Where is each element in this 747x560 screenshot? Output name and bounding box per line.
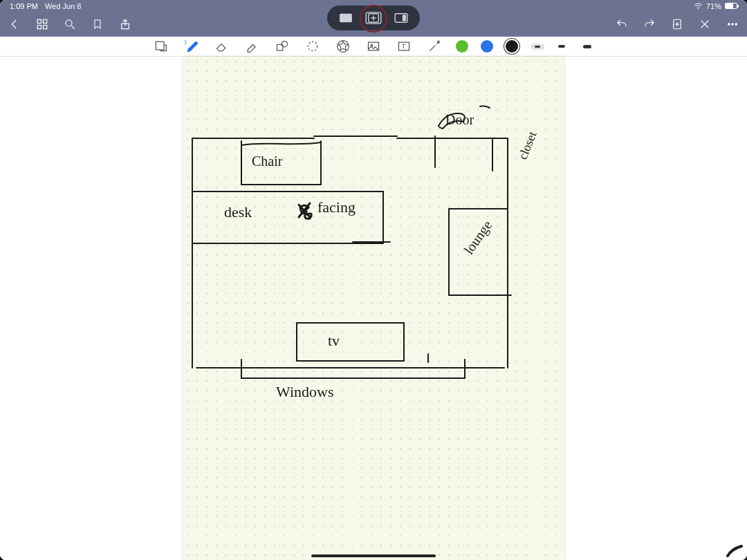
favorites-tool[interactable] bbox=[334, 39, 352, 54]
svg-rect-11 bbox=[44, 26, 47, 29]
svg-line-13 bbox=[71, 26, 75, 29]
battery-icon bbox=[725, 3, 737, 9]
redo-button[interactable] bbox=[643, 18, 656, 30]
splitview-add-button[interactable] bbox=[365, 10, 382, 26]
svg-point-20 bbox=[728, 24, 730, 25]
color-green[interactable] bbox=[456, 40, 468, 53]
eraser-tool[interactable] bbox=[212, 39, 230, 54]
svg-point-22 bbox=[735, 24, 737, 25]
bookmark-button[interactable] bbox=[91, 18, 104, 30]
svg-point-25 bbox=[282, 41, 287, 47]
svg-point-21 bbox=[732, 24, 733, 25]
slideover-button[interactable] bbox=[392, 10, 410, 26]
close-button[interactable] bbox=[699, 18, 711, 30]
image-tool[interactable] bbox=[365, 39, 382, 54]
svg-rect-8 bbox=[37, 19, 41, 23]
bluetooth-icon: ᛒ bbox=[184, 39, 187, 46]
svg-rect-9 bbox=[44, 19, 47, 23]
color-blue[interactable] bbox=[481, 40, 493, 53]
svg-point-27 bbox=[338, 41, 349, 53]
laser-tool[interactable] bbox=[425, 39, 443, 54]
canvas-area[interactable]: Door closet Chair desk facing lounge tv … bbox=[0, 57, 747, 560]
home-indicator[interactable] bbox=[311, 554, 436, 557]
zoom-tool[interactable] bbox=[151, 39, 169, 54]
lasso-tool[interactable] bbox=[304, 39, 322, 54]
search-button[interactable] bbox=[64, 18, 76, 30]
svg-rect-23 bbox=[156, 41, 164, 50]
color-black[interactable] bbox=[506, 40, 518, 53]
multitasking-pill bbox=[327, 6, 420, 30]
wifi-icon bbox=[694, 3, 703, 10]
status-time: 1:09 PM bbox=[10, 2, 38, 10]
label-tv: tv bbox=[328, 332, 340, 350]
svg-rect-7 bbox=[403, 15, 406, 21]
status-date: Wed Jun 8 bbox=[45, 2, 81, 10]
thumbnails-button[interactable] bbox=[36, 18, 48, 30]
svg-rect-1 bbox=[340, 14, 352, 22]
highlighter-tool[interactable] bbox=[243, 39, 261, 54]
text-tool[interactable]: T bbox=[395, 39, 413, 54]
label-door: Door bbox=[445, 112, 474, 128]
stroke-size-1[interactable] bbox=[531, 44, 544, 50]
stroke-size-3[interactable] bbox=[579, 43, 596, 50]
label-chair: Chair bbox=[252, 153, 282, 169]
quick-note-corner-icon[interactable] bbox=[725, 545, 743, 557]
sketch-strokes bbox=[183, 57, 564, 560]
svg-point-32 bbox=[438, 41, 439, 43]
svg-point-12 bbox=[66, 20, 72, 26]
battery-percent: 71% bbox=[706, 2, 721, 10]
pen-tool[interactable]: ᛒ bbox=[182, 39, 200, 54]
label-desk: desk bbox=[224, 203, 252, 221]
add-page-button[interactable] bbox=[671, 18, 683, 30]
svg-text:T: T bbox=[402, 43, 406, 50]
undo-button[interactable] bbox=[616, 18, 628, 30]
svg-rect-10 bbox=[37, 26, 41, 29]
svg-point-26 bbox=[308, 41, 317, 50]
more-button[interactable] bbox=[726, 18, 739, 30]
back-button[interactable] bbox=[8, 18, 21, 30]
shape-tool[interactable] bbox=[273, 39, 291, 54]
drawing-toolbar: ᛒ T bbox=[0, 37, 747, 57]
note-page[interactable]: Door closet Chair desk facing lounge tv … bbox=[183, 57, 564, 560]
svg-point-0 bbox=[698, 8, 699, 9]
fullscreen-button[interactable] bbox=[337, 10, 355, 26]
share-button[interactable] bbox=[119, 18, 131, 30]
label-facing: facing bbox=[317, 198, 356, 216]
stroke-size-2[interactable] bbox=[554, 43, 569, 50]
label-windows: Windows bbox=[276, 383, 333, 401]
